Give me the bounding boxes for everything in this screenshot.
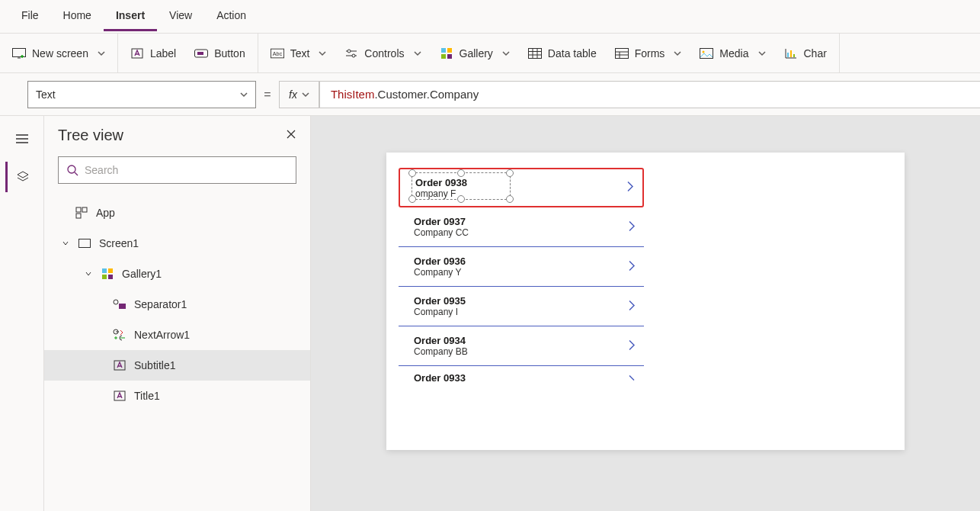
nextarrow-icon [113,328,127,342]
svg-rect-10 [441,54,446,59]
data-table-button[interactable]: Data table [519,40,606,66]
chart-icon [784,47,798,60]
tree-node-app[interactable]: App [44,198,310,228]
selection-box[interactable] [412,172,511,200]
menubar: File Home Insert View Action [0,0,980,34]
label-icon [113,358,127,372]
label-label: Label [150,47,176,59]
close-panel-button[interactable] [286,129,296,142]
property-selector[interactable]: Text [27,81,256,108]
gallery-control[interactable]: Order 0938 ompany F Order 0937 Company C… [399,168,644,389]
layers-icon [16,170,30,184]
svg-rect-16 [787,53,789,57]
item-subtitle: Company BB [414,346,638,357]
tree: App Screen1 Gallery1 [44,194,310,414]
tree-node-screen[interactable]: Screen1 [44,228,310,259]
formula-token-thisitem: ThisItem [331,88,375,101]
chevron-down-icon [758,50,766,57]
tree-search-input[interactable] [85,164,288,176]
svg-rect-22 [76,214,81,218]
tree-view-button[interactable] [5,162,36,192]
svg-rect-17 [790,50,792,57]
tree-label: Title1 [134,390,160,402]
formula-input[interactable]: ThisItem.Customer.Company [320,81,980,108]
fx-button[interactable]: fx [279,81,320,108]
menu-action[interactable]: Action [204,2,258,31]
app-screen[interactable]: Order 0938 ompany F Order 0937 Company C… [386,153,905,450]
item-title: Order 0933 [414,372,638,384]
item-subtitle: Company I [414,307,638,317]
tree-label: Separator1 [134,298,187,310]
svg-rect-26 [102,275,107,279]
charts-label: Char [804,47,827,59]
item-subtitle: Company Y [414,267,638,278]
chevron-down-icon [98,50,105,57]
left-rail [0,116,44,511]
collapse-icon[interactable] [61,239,70,247]
tree-node-subtitle[interactable]: Subtitle1 [44,350,310,381]
hamburger-icon [15,133,29,144]
chevron-right-icon[interactable] [626,180,635,196]
menu-view[interactable]: View [157,2,204,31]
svg-rect-9 [447,48,452,53]
svg-rect-25 [108,268,113,273]
tree-node-nextarrow[interactable]: NextArrow1 [44,320,310,350]
chevron-right-icon[interactable] [627,219,636,235]
svg-rect-14 [700,48,713,58]
gallery-item[interactable]: Order 0936 Company Y [399,247,644,287]
chevron-down-icon [414,50,421,57]
menu-insert[interactable]: Insert [104,2,157,31]
equals-sign: = [256,88,279,101]
chevron-right-icon[interactable] [627,374,636,390]
gallery-item[interactable]: Order 0937 Company CC [399,207,644,247]
screen-icon [78,236,91,250]
hamburger-button[interactable] [7,124,37,154]
label-icon [113,389,127,403]
controls-button[interactable]: Controls [335,40,430,66]
tree-search[interactable] [58,156,296,184]
tree-node-gallery[interactable]: Gallery1 [44,259,310,289]
media-button[interactable]: Media [690,40,774,66]
gallery-item[interactable]: Order 0938 ompany F [399,168,644,207]
chevron-right-icon[interactable] [627,298,636,314]
new-screen-button[interactable]: New screen [3,40,114,66]
table-icon [528,47,542,60]
search-icon [66,164,78,176]
tree-node-title[interactable]: Title1 [44,381,310,411]
forms-button[interactable]: Forms [606,40,691,66]
button-button[interactable]: Button [185,40,254,66]
menu-file[interactable]: File [9,2,51,31]
charts-button[interactable]: Char [775,40,836,66]
tree-panel: Tree view App [44,116,311,511]
svg-rect-11 [447,54,452,59]
tree-node-separator[interactable]: Separator1 [44,289,310,320]
svg-rect-13 [615,48,628,58]
gallery-button[interactable]: Gallery [431,40,519,66]
svg-point-7 [352,54,355,57]
svg-point-19 [68,166,75,173]
chevron-right-icon[interactable] [627,338,636,354]
text-icon: Abc [271,47,284,60]
data-table-label: Data table [548,47,597,59]
canvas[interactable]: Order 0938 ompany F Order 0937 Company C… [311,116,980,511]
collapse-icon[interactable] [84,270,93,278]
tree-title: Tree view [58,127,123,144]
tree-label: App [96,207,115,219]
controls-icon [344,47,358,60]
text-button[interactable]: Abc Text [261,40,336,66]
svg-rect-3 [197,52,203,55]
media-icon [700,47,713,60]
separator-icon [113,297,127,311]
svg-rect-24 [102,268,107,273]
label-button[interactable]: Label [121,40,185,66]
gallery-item[interactable]: Order 0935 Company I [399,287,644,326]
gallery-item[interactable]: Order 0933 [399,366,644,389]
tree-label: Screen1 [99,237,139,249]
menu-home[interactable]: Home [51,2,104,31]
gallery-item[interactable]: Order 0934 Company BB [399,326,644,366]
chevron-down-icon [302,91,309,98]
svg-rect-0 [13,48,26,56]
screen-icon [12,47,26,60]
item-title: Order 0934 [414,335,638,346]
chevron-right-icon[interactable] [627,259,636,275]
